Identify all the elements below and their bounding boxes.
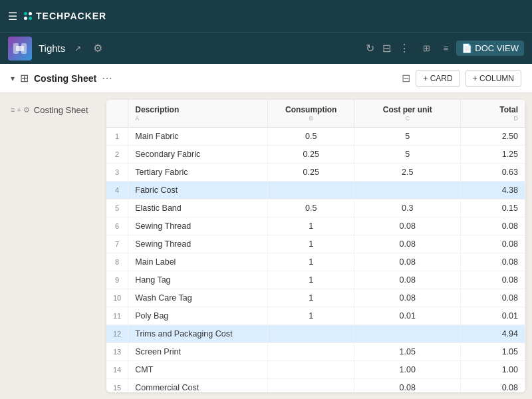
table-row[interactable]: 9Hang Tag10.080.08 [106, 271, 525, 289]
doc-view-button[interactable]: 📄 DOC VIEW [456, 41, 524, 56]
chevron-down-icon[interactable]: ▾ [11, 74, 15, 83]
cell-description[interactable]: Sewing Thread [128, 235, 268, 253]
cell-cost-per-unit[interactable]: 0.08 [354, 235, 461, 253]
cell-cost-per-unit[interactable]: 2.5 [354, 164, 461, 182]
product-thumbnail [8, 37, 32, 61]
table-row[interactable]: 14CMT1.001.00 [106, 361, 525, 379]
cell-cost-per-unit[interactable]: 0.08 [354, 379, 461, 393]
cell-consumption[interactable]: 1 [268, 217, 354, 235]
cell-cost-per-unit[interactable]: 1.05 [354, 343, 461, 361]
cell-description[interactable]: Main Fabric [128, 128, 268, 146]
col-consumption-header: Consumption B [268, 100, 354, 128]
cell-description[interactable]: Tertiary Fabric [128, 164, 268, 182]
col-num-header [106, 100, 128, 128]
table-row[interactable]: 1Main Fabric0.552.50 [106, 128, 525, 146]
cell-description[interactable]: Main Label [128, 253, 268, 271]
sheet-title: Costing Sheet [34, 73, 96, 84]
cell-description[interactable]: CMT [128, 361, 268, 379]
settings-small-icon[interactable]: ⚙ [23, 106, 30, 114]
cell-cost-per-unit[interactable]: 5 [354, 128, 461, 146]
cell-cost-per-unit[interactable]: 0.01 [354, 307, 461, 325]
table-row[interactable]: 2Secondary Fabric0.2551.25 [106, 146, 525, 164]
table-row[interactable]: 12Trims and Packaging Cost4.94 [106, 325, 525, 343]
cell-consumption[interactable]: 1 [268, 235, 354, 253]
cell-consumption[interactable]: 1 [268, 307, 354, 325]
col-c-letter: C [361, 115, 454, 122]
cell-consumption[interactable]: 0.5 [268, 128, 354, 146]
table-row[interactable]: 11Poly Bag10.010.01 [106, 307, 525, 325]
list-view-button[interactable]: ≡ [438, 41, 454, 56]
cell-description[interactable]: Poly Bag [128, 307, 268, 325]
cell-row-num: 14 [106, 361, 128, 379]
top-nav: ☰ TECHPACKER [0, 0, 532, 32]
svg-rect-2 [16, 46, 24, 51]
cell-consumption[interactable]: 1 [268, 253, 354, 271]
cell-row-num: 12 [106, 325, 128, 343]
cell-cost-per-unit[interactable]: 0.08 [354, 217, 461, 235]
table-row[interactable]: 3Tertiary Fabric0.252.50.63 [106, 164, 525, 182]
cell-description[interactable]: Hang Tag [128, 271, 268, 289]
table-row[interactable]: 4Fabric Cost4.38 [106, 182, 525, 200]
cell-cost-per-unit[interactable]: 0.08 [354, 271, 461, 289]
cell-description[interactable]: Screen Print [128, 343, 268, 361]
cell-description[interactable]: Secondary Fabric [128, 146, 268, 164]
cell-consumption[interactable]: 1 [268, 289, 354, 307]
table-row[interactable]: 6Sewing Thread10.080.08 [106, 217, 525, 235]
add-column-button[interactable]: + COLUMN [466, 70, 521, 87]
cell-row-num: 8 [106, 253, 128, 271]
cell-cost-per-unit[interactable] [354, 182, 461, 200]
table-row[interactable]: 5Elastic Band0.50.30.15 [106, 200, 525, 217]
cell-description[interactable]: Elastic Band [128, 200, 268, 217]
table-row[interactable]: 10Wash Care Tag10.080.08 [106, 289, 525, 307]
settings-icon[interactable]: ⚙ [93, 42, 102, 55]
table-row[interactable]: 8Main Label10.080.08 [106, 253, 525, 271]
cell-consumption[interactable] [268, 182, 354, 200]
cell-description[interactable]: Commercial Cost [128, 379, 268, 393]
cell-consumption[interactable]: 1 [268, 271, 354, 289]
cell-description[interactable]: Sewing Thread [128, 217, 268, 235]
cell-cost-per-unit[interactable]: 0.08 [354, 253, 461, 271]
cell-total: 1.00 [461, 361, 525, 379]
refresh-icon[interactable]: ↻ [366, 42, 374, 55]
cell-consumption[interactable] [268, 379, 354, 393]
sidebar-item-costing-sheet[interactable]: ≡ + ⚙ Costing Sheet [5, 101, 101, 119]
more-options-icon[interactable]: ⋯ [102, 72, 112, 84]
grid-icon: ⊞ [423, 43, 430, 53]
table-row[interactable]: 13Screen Print1.051.05 [106, 343, 525, 361]
cell-cost-per-unit[interactable]: 0.08 [354, 289, 461, 307]
add-icon[interactable]: + [17, 106, 21, 114]
cell-total: 0.08 [461, 289, 525, 307]
cell-row-num: 11 [106, 307, 128, 325]
cell-cost-per-unit[interactable] [354, 325, 461, 343]
external-link-icon[interactable]: ↗ [74, 44, 81, 53]
column-layout-icon[interactable]: ⊟ [402, 72, 410, 84]
cell-description[interactable]: Wash Care Tag [128, 289, 268, 307]
cell-consumption[interactable] [268, 361, 354, 379]
col-d-letter: D [467, 115, 518, 122]
cell-consumption[interactable]: 0.25 [268, 146, 354, 164]
add-card-button[interactable]: + CARD [416, 70, 460, 87]
sub-header-actions: ↻ ⊟ ⋮ ⊞ ≡ 📄 DOC VIEW [366, 41, 524, 56]
cell-cost-per-unit[interactable]: 0.3 [354, 200, 461, 217]
cell-consumption[interactable] [268, 343, 354, 361]
more-icon[interactable]: ⋮ [399, 42, 410, 55]
grid-view-button[interactable]: ⊞ [418, 41, 436, 56]
table-row[interactable]: 7Sewing Thread10.080.08 [106, 235, 525, 253]
table-row[interactable]: 15Commercial Cost0.080.08 [106, 379, 525, 393]
cell-row-num: 2 [106, 146, 128, 164]
cell-consumption[interactable]: 0.25 [268, 164, 354, 182]
filter-icon[interactable]: ⊟ [382, 42, 391, 55]
cell-description[interactable]: Trims and Packaging Cost [128, 325, 268, 343]
cell-total: 1.25 [461, 146, 525, 164]
col-description-header: Description A [128, 100, 268, 128]
col-cost-header: Cost per unit C [354, 100, 461, 128]
hamburger-icon[interactable]: ☰ [8, 10, 17, 23]
cell-total: 4.38 [461, 182, 525, 200]
cell-description[interactable]: Fabric Cost [128, 182, 268, 200]
cell-cost-per-unit[interactable]: 1.00 [354, 361, 461, 379]
table-wrapper[interactable]: Description A Consumption B Cost per uni… [106, 100, 525, 392]
toolbar-right: ⊟ + CARD + COLUMN [402, 70, 521, 87]
cell-consumption[interactable]: 0.5 [268, 200, 354, 217]
cell-cost-per-unit[interactable]: 5 [354, 146, 461, 164]
cell-consumption[interactable] [268, 325, 354, 343]
